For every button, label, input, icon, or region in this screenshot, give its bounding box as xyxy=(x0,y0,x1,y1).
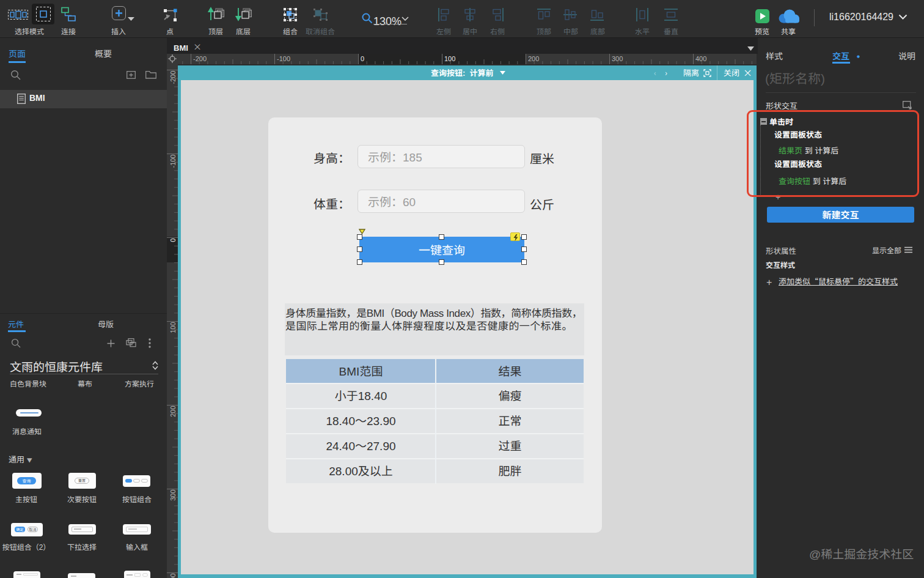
svg-text:-200: -200 xyxy=(193,55,207,62)
svg-text:-100: -100 xyxy=(277,55,290,62)
svg-text:400: 400 xyxy=(695,55,706,62)
svg-text:200: 200 xyxy=(528,55,539,62)
svg-text:100: 100 xyxy=(169,322,177,333)
svg-text:0: 0 xyxy=(169,239,177,242)
svg-text:-100: -100 xyxy=(169,155,177,168)
svg-text:100: 100 xyxy=(444,55,455,62)
svg-text:400: 400 xyxy=(169,574,177,578)
svg-text:0: 0 xyxy=(361,55,364,62)
svg-text:300: 300 xyxy=(612,55,623,62)
svg-text:-200: -200 xyxy=(169,71,177,84)
svg-text:200: 200 xyxy=(169,406,177,417)
svg-text:300: 300 xyxy=(169,490,177,501)
